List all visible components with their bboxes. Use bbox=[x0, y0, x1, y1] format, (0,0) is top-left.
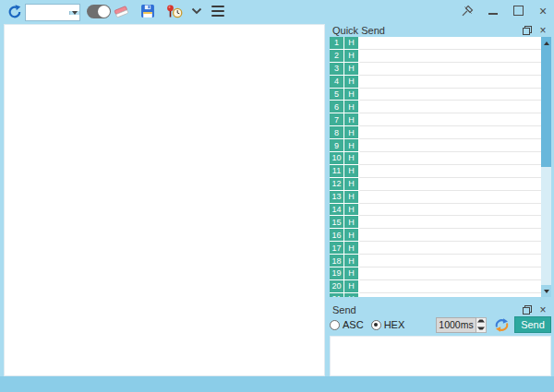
scroll-up-button[interactable] bbox=[541, 37, 551, 49]
connection-toggle[interactable] bbox=[87, 5, 111, 18]
row-hex-toggle[interactable]: H bbox=[344, 126, 359, 139]
row-data-input[interactable] bbox=[359, 139, 541, 152]
row-send-button[interactable]: 11 bbox=[330, 165, 344, 178]
row-data-input[interactable] bbox=[359, 101, 541, 113]
minimize-button[interactable] bbox=[484, 3, 502, 18]
row-send-button[interactable]: 3 bbox=[330, 63, 344, 76]
clear-button[interactable] bbox=[113, 4, 129, 19]
row-hex-toggle[interactable]: H bbox=[344, 280, 359, 293]
row-data-input[interactable] bbox=[359, 63, 541, 76]
send-titlebar[interactable]: Send × bbox=[330, 302, 551, 316]
row-data-input[interactable] bbox=[359, 165, 541, 178]
quick-send-row: 14 H bbox=[330, 204, 541, 217]
quick-send-titlebar[interactable]: Quick Send × bbox=[330, 22, 551, 37]
row-data-input[interactable] bbox=[359, 191, 541, 204]
row-data-input[interactable] bbox=[359, 89, 541, 101]
row-send-button[interactable]: 13 bbox=[330, 191, 344, 204]
maximize-button[interactable] bbox=[509, 3, 527, 18]
interval-field[interactable]: 1000ms bbox=[436, 317, 476, 333]
row-send-button[interactable]: 7 bbox=[330, 113, 344, 126]
row-data-input[interactable] bbox=[359, 126, 541, 139]
row-data-input[interactable] bbox=[359, 267, 541, 280]
combobox-dropdown-button[interactable] bbox=[69, 11, 79, 15]
row-hex-toggle[interactable]: H bbox=[344, 50, 359, 63]
spin-up-button[interactable] bbox=[476, 318, 486, 326]
row-hex-toggle[interactable]: H bbox=[344, 101, 359, 113]
row-send-button[interactable]: 18 bbox=[330, 255, 344, 267]
port-combobox[interactable] bbox=[25, 4, 80, 21]
close-window-button[interactable]: × bbox=[534, 3, 552, 18]
row-hex-toggle[interactable]: H bbox=[344, 89, 359, 101]
receive-display-area[interactable] bbox=[4, 24, 325, 376]
save-button[interactable] bbox=[139, 3, 155, 19]
row-data-input[interactable] bbox=[359, 50, 541, 63]
floppy-save-icon bbox=[140, 4, 155, 18]
row-data-input[interactable] bbox=[359, 229, 541, 242]
row-data-input[interactable] bbox=[359, 76, 541, 89]
row-hex-toggle[interactable]: H bbox=[344, 191, 359, 204]
quick-send-scrollbar[interactable] bbox=[541, 37, 551, 297]
row-send-button[interactable]: 16 bbox=[330, 229, 344, 242]
row-hex-toggle[interactable]: H bbox=[344, 216, 359, 229]
row-send-button[interactable]: 17 bbox=[330, 242, 344, 255]
send-message-input[interactable] bbox=[330, 336, 551, 376]
float-panel-button[interactable] bbox=[521, 25, 534, 36]
repeat-send-button[interactable] bbox=[492, 316, 511, 333]
row-data-input[interactable] bbox=[359, 37, 541, 50]
row-hex-toggle[interactable]: H bbox=[344, 255, 359, 267]
row-data-input[interactable] bbox=[359, 255, 541, 267]
row-hex-toggle[interactable]: H bbox=[344, 242, 359, 255]
float-panel-button[interactable] bbox=[521, 304, 534, 315]
row-hex-toggle[interactable]: H bbox=[344, 152, 359, 165]
row-send-button[interactable]: 14 bbox=[330, 204, 344, 217]
row-send-button[interactable]: 4 bbox=[330, 76, 344, 89]
row-data-input[interactable] bbox=[359, 216, 541, 229]
more-options-button[interactable] bbox=[190, 5, 203, 18]
send-button[interactable]: Send bbox=[514, 316, 551, 333]
row-hex-toggle[interactable]: H bbox=[344, 267, 359, 280]
row-hex-toggle[interactable]: H bbox=[344, 204, 359, 217]
scroll-down-button[interactable] bbox=[541, 285, 551, 297]
row-send-button[interactable]: 6 bbox=[330, 101, 344, 113]
port-combobox-input[interactable] bbox=[26, 7, 69, 18]
row-data-input[interactable] bbox=[359, 204, 541, 217]
refresh-button[interactable] bbox=[6, 3, 24, 20]
radio-hex[interactable] bbox=[371, 320, 381, 330]
row-data-input[interactable] bbox=[359, 152, 541, 165]
scrollbar-thumb[interactable] bbox=[541, 49, 551, 167]
row-send-button[interactable]: 12 bbox=[330, 178, 344, 191]
row-data-input[interactable] bbox=[359, 293, 541, 297]
radio-asc[interactable] bbox=[330, 320, 340, 330]
row-hex-toggle[interactable]: H bbox=[344, 63, 359, 76]
row-hex-toggle[interactable]: H bbox=[344, 37, 359, 50]
spin-down-button[interactable] bbox=[476, 325, 486, 332]
pin-window-button[interactable] bbox=[460, 4, 475, 18]
row-hex-toggle[interactable]: H bbox=[344, 178, 359, 191]
row-send-button[interactable]: 19 bbox=[330, 267, 344, 280]
row-data-input[interactable] bbox=[359, 280, 541, 293]
row-send-button[interactable]: 5 bbox=[330, 89, 344, 101]
row-hex-toggle[interactable]: H bbox=[344, 229, 359, 242]
menu-button[interactable] bbox=[211, 5, 224, 18]
row-data-input[interactable] bbox=[359, 242, 541, 255]
row-send-button[interactable]: 15 bbox=[330, 216, 344, 229]
row-send-button[interactable]: 20 bbox=[330, 280, 344, 293]
row-data-input[interactable] bbox=[359, 113, 541, 126]
row-hex-toggle[interactable]: H bbox=[344, 76, 359, 89]
row-send-button[interactable]: 2 bbox=[330, 50, 344, 63]
row-hex-toggle[interactable]: H bbox=[344, 139, 359, 152]
row-hex-toggle[interactable]: H bbox=[344, 113, 359, 126]
row-send-button[interactable]: 1 bbox=[330, 37, 344, 50]
row-send-button[interactable]: 10 bbox=[330, 152, 344, 165]
row-data-input[interactable] bbox=[359, 178, 541, 191]
close-panel-button[interactable]: × bbox=[536, 25, 549, 36]
row-hex-toggle[interactable]: H bbox=[344, 165, 359, 178]
row-send-button[interactable]: 8 bbox=[330, 126, 344, 139]
arrow-up-icon bbox=[544, 42, 549, 45]
row-send-button[interactable]: 9 bbox=[330, 139, 344, 152]
row-send-button[interactable]: 21 bbox=[330, 293, 344, 297]
timed-send-button[interactable] bbox=[164, 3, 185, 19]
interval-spinner[interactable] bbox=[476, 317, 487, 333]
close-panel-button[interactable]: × bbox=[536, 304, 549, 315]
row-hex-toggle[interactable]: H bbox=[344, 293, 359, 297]
